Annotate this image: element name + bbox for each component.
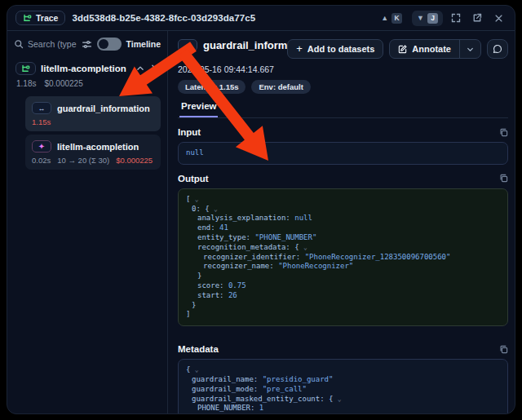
close-button[interactable] (490, 10, 507, 26)
input-code-block: null (178, 142, 508, 165)
left-right-arrow-icon: ↔ (184, 42, 192, 50)
comments-button[interactable] (487, 39, 508, 59)
annotate-dropdown-button[interactable] (459, 40, 480, 58)
trace-tree-sidebar: Timeline litellm-acompletion 1.18s $0.00… (7, 31, 168, 413)
metadata-code-block: { ⌄guardrail_name: "presidio_guard"guard… (178, 359, 508, 413)
external-link-icon (472, 13, 482, 23)
top-bar: Trace 3dd538d8-b25e-4382-8fcc-03d293da77… (7, 6, 515, 31)
filter-sliders-icon[interactable] (82, 39, 92, 50)
env-badge: Env: default (251, 80, 310, 94)
tree-item-tokens: 10 → 20 (Σ 30) (57, 156, 109, 165)
search-icon (14, 39, 24, 49)
add-to-datasets-label: Add to datasets (307, 44, 375, 54)
output-code-block: [ ⌄0: { ⌄analysis_explanation: nullend: … (178, 188, 508, 326)
trace-tree-icon (23, 14, 32, 23)
shortcut-key-j: J (427, 13, 438, 24)
tree-item-latency: 0.02s (32, 156, 51, 165)
timeline-toggle[interactable] (97, 38, 122, 51)
trace-id: 3dd538d8-b25e-4382-8fcc-03d293da77c5 (72, 13, 255, 23)
tab-preview[interactable]: Preview (179, 101, 218, 117)
metadata-section: Metadata { ⌄guardrail_name: "presidio_gu… (178, 344, 508, 413)
shortcut-key-k: K (392, 13, 402, 24)
collapse-all-icon[interactable] (151, 64, 159, 73)
span-type-badge: ↔ (32, 102, 51, 114)
expand-button[interactable] (448, 10, 464, 26)
maximize-icon (451, 13, 461, 23)
trace-peek-window: Trace 3dd538d8-b25e-4382-8fcc-03d293da77… (7, 5, 515, 414)
trace-tree-icon (21, 64, 30, 73)
timeline-label: Timeline (126, 39, 161, 49)
tree-item-litellm-acompletion[interactable]: ✦ litellm-acompletion 0.02s 10 → 20 (Σ 3… (25, 135, 161, 170)
input-section-title: Input (178, 127, 201, 137)
tree-root-item[interactable]: litellm-acompletion (14, 60, 161, 77)
latency-badge: Latency: 1.15s (178, 80, 246, 94)
annotate-split-button: Annotate (389, 39, 481, 59)
tree-item-label: guardrail_information (57, 104, 150, 113)
trace-type-badge: Trace (15, 11, 65, 25)
span-type-badge: ↔ (178, 39, 197, 51)
left-right-arrow-icon: ↔ (38, 104, 46, 113)
copy-icon (499, 174, 508, 183)
plus-icon: + (296, 42, 303, 55)
collapse-up-icon[interactable] (136, 64, 144, 73)
detail-tabs: Preview (178, 101, 508, 118)
chevron-up-icon: ▲ (381, 15, 388, 22)
copy-metadata-button[interactable] (499, 345, 508, 354)
search-input[interactable] (28, 39, 77, 49)
tree-item-cost: $0.000225 (116, 156, 153, 165)
tree-item-guardrail-information[interactable]: ↔ guardrail_information 1.15s (25, 96, 161, 131)
root-cost: $0.000225 (44, 79, 82, 88)
root-item-label: litellm-acompletion (41, 64, 131, 73)
pencil-square-icon (398, 45, 407, 54)
sparkle-icon: ✦ (38, 142, 45, 151)
copy-icon (499, 128, 508, 137)
annotate-label: Annotate (412, 44, 451, 54)
root-latency: 1.18s (16, 79, 36, 88)
screenshot-stage: Trace 3dd538d8-b25e-4382-8fcc-03d293da77… (0, 0, 522, 420)
topbar-actions: ▲ K ▼ J (376, 10, 507, 26)
output-section-title: Output (178, 174, 209, 183)
metadata-section-title: Metadata (178, 344, 219, 354)
observation-timestamp: 2025-05-16 09:44:14.667 (178, 64, 508, 74)
trace-root-badge (15, 62, 36, 75)
annotate-button[interactable]: Annotate (390, 40, 459, 58)
observation-detail-panel: ↔ guardrail_information ID + Add to data… (168, 31, 515, 413)
copy-icon (499, 345, 508, 354)
tree-item-latency: 1.15s (32, 117, 51, 126)
copy-output-button[interactable] (499, 174, 508, 183)
generation-type-badge: ✦ (32, 140, 51, 153)
add-to-datasets-button[interactable]: + Add to datasets (287, 39, 383, 59)
search-box (14, 39, 77, 49)
trace-badge-label: Trace (36, 13, 58, 23)
open-external-button[interactable] (469, 10, 485, 26)
chat-bubble-icon (493, 44, 502, 54)
toggle-knob (99, 39, 108, 49)
prev-observation-button[interactable]: ▲ K (376, 11, 407, 26)
next-observation-button[interactable]: ▼ J (412, 11, 443, 26)
output-section: Output [ ⌄0: { ⌄analysis_explanation: nu… (178, 174, 508, 326)
chevron-down-icon (467, 46, 474, 53)
input-section: Input null (178, 127, 508, 165)
copy-input-button[interactable] (499, 128, 508, 137)
close-icon (494, 14, 503, 23)
root-item-stats: 1.18s $0.000225 (16, 79, 161, 88)
tree-item-label: litellm-acompletion (57, 142, 139, 152)
chevron-down-icon: ▼ (417, 15, 424, 22)
